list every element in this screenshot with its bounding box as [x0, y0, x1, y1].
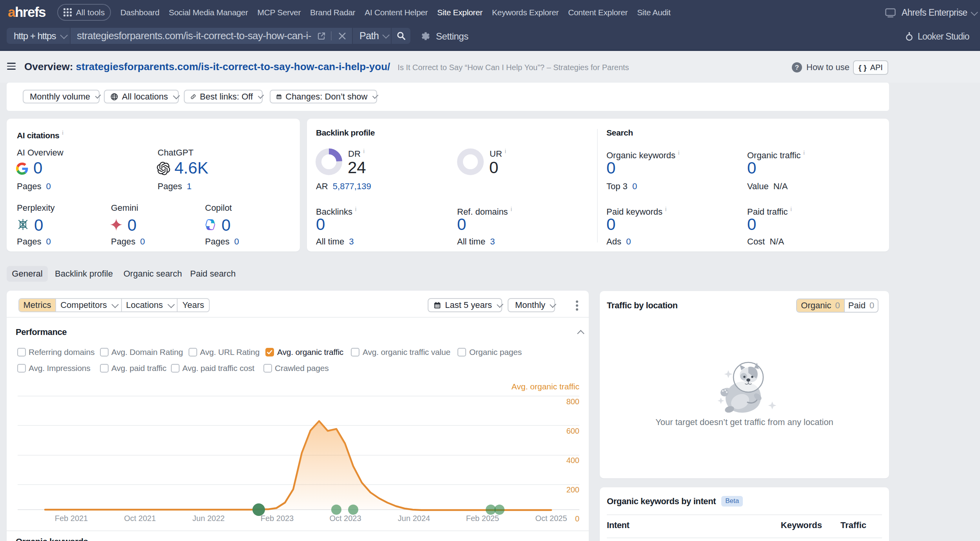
svg-text:Oct 2023: Oct 2023	[329, 514, 361, 523]
svg-text:200: 200	[566, 485, 579, 494]
svg-text:0: 0	[575, 514, 579, 523]
svg-text:600: 600	[566, 427, 579, 435]
svg-text:Oct 2021: Oct 2021	[124, 514, 156, 523]
svg-text:?: ?	[795, 64, 799, 71]
svg-text:Feb 2023: Feb 2023	[261, 514, 294, 523]
svg-text:Feb 2021: Feb 2021	[55, 514, 88, 523]
svg-text:400: 400	[566, 456, 579, 465]
svg-text:Oct 2025: Oct 2025	[535, 514, 567, 523]
svg-text:800: 800	[566, 397, 579, 406]
svg-text:Feb 2025: Feb 2025	[466, 514, 499, 523]
svg-text:Jun 2022: Jun 2022	[192, 514, 225, 523]
svg-text:Jun 2024: Jun 2024	[398, 514, 430, 523]
